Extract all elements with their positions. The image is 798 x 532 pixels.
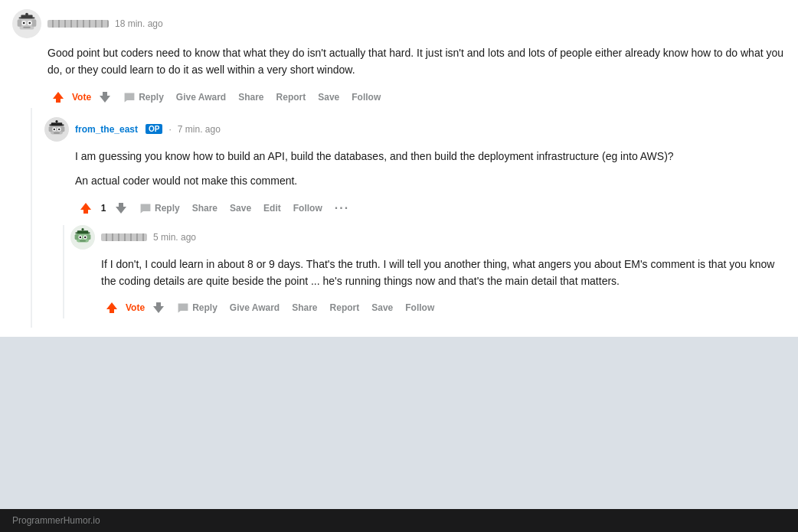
svg-rect-22 [49, 124, 64, 126]
downvote-button-1[interactable] [94, 86, 116, 108]
report-button-1[interactable]: Report [272, 89, 311, 106]
svg-point-19 [58, 129, 60, 130]
more-options-button-2[interactable]: ··· [330, 200, 354, 217]
save-button-3[interactable]: Save [367, 299, 397, 316]
comment-card-1: 18 min. ago Good point but coders need t… [0, 0, 798, 337]
downvote-icon-1 [97, 90, 113, 105]
upvote-button-2[interactable] [75, 197, 96, 219]
comment-header-2: from_the_east OP · 7 min. ago [44, 117, 780, 142]
svg-point-30 [80, 236, 81, 237]
edit-button-2[interactable]: Edit [259, 200, 286, 217]
upvote-button-3[interactable] [101, 297, 123, 318]
svg-rect-15 [61, 126, 65, 132]
action-bar-2: 1 Reply Share Save [75, 197, 780, 219]
avatar-3 [70, 225, 95, 250]
comment-body-1: Good point but coders need to know that … [47, 44, 786, 79]
reply-button-1[interactable]: Reply [119, 88, 168, 106]
downvote-button-3[interactable] [148, 297, 169, 318]
save-button-1[interactable]: Save [313, 89, 344, 106]
username-3 [101, 233, 147, 241]
timestamp-1: 18 min. ago [115, 18, 163, 29]
report-button-3[interactable]: Report [325, 299, 365, 316]
give-award-button-1[interactable]: Give Award [172, 89, 231, 106]
comment-header-1: 18 min. ago [12, 9, 786, 38]
reply-icon-3 [177, 302, 189, 314]
svg-rect-3 [32, 19, 37, 27]
reply-button-2[interactable]: Reply [135, 199, 185, 217]
svg-point-11 [25, 13, 28, 16]
vote-label-3: Vote [126, 302, 145, 313]
svg-point-6 [23, 22, 25, 24]
svg-rect-10 [19, 17, 35, 18]
avatar-1 [12, 9, 41, 38]
upvote-icon-2 [78, 201, 93, 216]
comment-body-3: If I don't, I could learn in about 8 or … [101, 256, 780, 290]
svg-rect-26 [75, 234, 79, 240]
svg-point-18 [54, 129, 55, 130]
reply-icon-1 [123, 91, 136, 103]
comment-card-3: 5 min. ago If I don't, I could learn in … [63, 225, 780, 319]
vote-count-2: 1 [100, 203, 107, 214]
comment-body-2: I am guessing you know how to build an A… [75, 148, 780, 190]
svg-point-23 [55, 120, 57, 122]
svg-rect-20 [54, 132, 60, 134]
svg-rect-2 [18, 19, 22, 27]
action-bar-3: Vote Reply Give Aw [101, 297, 780, 318]
comment-header-3: 5 min. ago [70, 225, 780, 250]
upvote-icon-1 [51, 90, 66, 105]
svg-point-35 [81, 228, 83, 230]
follow-button-1[interactable]: Follow [347, 89, 385, 106]
username-1 [47, 20, 109, 28]
svg-point-7 [28, 22, 31, 24]
nested-comments-section: from_the_east OP · 7 min. ago I am guess… [31, 108, 786, 328]
downvote-icon-3 [151, 300, 166, 315]
vote-section-1: Vote [47, 86, 116, 108]
svg-rect-8 [23, 27, 31, 28]
share-button-2[interactable]: Share [188, 200, 222, 217]
reply-icon-2 [139, 202, 152, 214]
save-button-2[interactable]: Save [225, 200, 256, 217]
upvote-icon-3 [104, 300, 119, 315]
vote-label-1: Vote [72, 92, 91, 103]
give-award-button-3[interactable]: Give Award [225, 299, 284, 316]
action-bar-1: Vote Reply Give Award Share Report Save [47, 86, 786, 108]
reply-button-3[interactable]: Reply [172, 299, 222, 317]
op-badge: OP [146, 124, 162, 134]
timestamp-2: 7 min. ago [178, 124, 221, 135]
share-button-1[interactable]: Share [234, 89, 268, 106]
comment-card-2: from_the_east OP · 7 min. ago I am guess… [38, 108, 786, 328]
brand-label: ProgrammerHumor.io [12, 515, 100, 526]
svg-rect-32 [80, 240, 86, 242]
svg-point-31 [84, 236, 86, 237]
follow-button-3[interactable]: Follow [401, 299, 439, 316]
vote-section-2: 1 [75, 197, 132, 219]
avatar-2 [44, 117, 69, 142]
svg-rect-27 [87, 234, 91, 240]
upvote-button-1[interactable] [47, 86, 69, 108]
svg-rect-34 [75, 232, 90, 233]
username-2: from_the_east [75, 124, 138, 135]
follow-button-2[interactable]: Follow [289, 200, 327, 217]
footer: ProgrammerHumor.io [0, 509, 798, 532]
share-button-3[interactable]: Share [287, 299, 322, 316]
dot-separator: · [168, 124, 171, 135]
downvote-button-2[interactable] [110, 197, 132, 219]
timestamp-3: 5 min. ago [153, 232, 196, 243]
vote-section-3: Vote [101, 297, 169, 318]
downvote-icon-2 [113, 201, 129, 216]
svg-rect-14 [49, 126, 53, 132]
